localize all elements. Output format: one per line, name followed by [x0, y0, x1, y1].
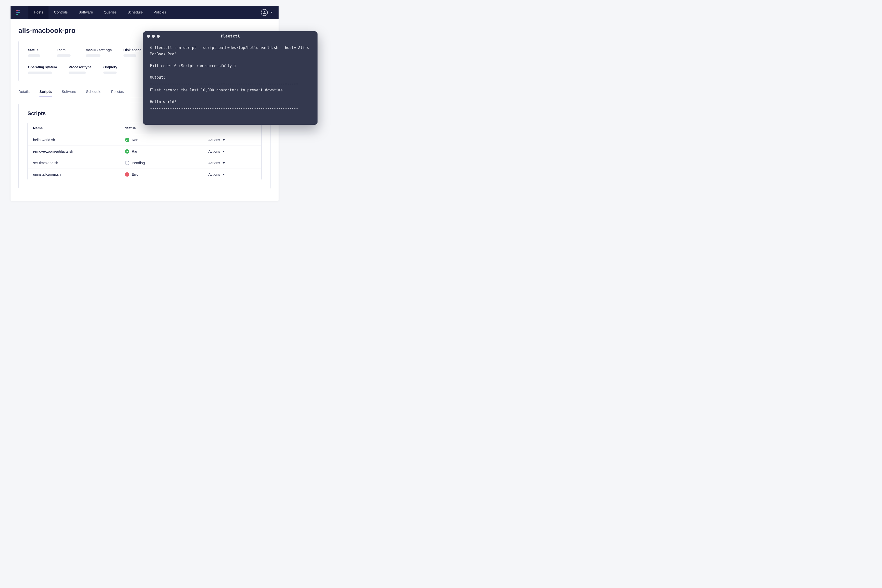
nav-item-hosts[interactable]: Hosts: [28, 6, 48, 20]
info-label: macOS settings: [86, 48, 112, 52]
script-name: hello-world.sh: [28, 135, 120, 145]
actions-label: Actions: [208, 138, 220, 142]
script-status: Ran: [120, 134, 203, 146]
actions-dropdown[interactable]: Actions: [208, 161, 225, 165]
actions-label: Actions: [208, 150, 220, 153]
top-nav: HostsControlsSoftwareQueriesSchedulePoli…: [10, 6, 279, 20]
table-row: remove-zoom-artifacts.shRanActions: [28, 146, 261, 157]
terminal-line: $ fleetctl run-script --script_path=desk…: [150, 45, 310, 58]
logo[interactable]: [15, 10, 22, 15]
skeleton: [57, 54, 70, 57]
skeleton: [69, 72, 86, 74]
terminal-line: Hello world!: [150, 99, 310, 105]
info-block: Team: [57, 48, 74, 57]
chevron-down-icon: [222, 151, 225, 152]
info-block: Disk space: [123, 48, 141, 57]
terminal-window: fleetctl $ fleetctl run-script --script_…: [143, 32, 318, 125]
subtab-software[interactable]: Software: [62, 89, 76, 97]
scripts-table: Name Status hello-world.shRanActionsremo…: [27, 122, 262, 180]
info-block: Procesor type: [69, 65, 92, 74]
terminal-output: $ fleetctl run-script --script_path=desk…: [143, 41, 318, 125]
actions-cell: Actions: [203, 169, 262, 180]
nav-item-queries[interactable]: Queries: [98, 6, 122, 20]
avatar-icon: [261, 9, 268, 16]
terminal-line: Fleet records the last 10,000 characters…: [150, 87, 310, 93]
nav-items: HostsControlsSoftwareQueriesSchedulePoli…: [28, 6, 171, 20]
terminal-line: ----------------------------------------…: [150, 81, 310, 87]
terminal-title: fleetctl: [143, 33, 318, 39]
skeleton: [104, 72, 117, 74]
subtab-policies[interactable]: Policies: [111, 89, 124, 97]
info-label: Operating system: [28, 65, 57, 69]
col-actions: [203, 124, 262, 132]
terminal-line: [150, 94, 310, 99]
terminal-line: Output:: [150, 74, 310, 81]
actions-label: Actions: [208, 172, 220, 176]
ran-status-icon: [125, 149, 129, 154]
terminal-line: [150, 58, 310, 63]
nav-item-schedule[interactable]: Schedule: [122, 6, 148, 20]
actions-cell: Actions: [203, 158, 262, 168]
table-row: uninstall-zoom.shErrorActions: [28, 169, 261, 180]
chevron-down-icon: [222, 139, 225, 141]
actions-dropdown[interactable]: Actions: [208, 172, 225, 176]
script-status: Error: [120, 169, 203, 180]
window-controls[interactable]: [147, 35, 160, 38]
script-name: uninstall-zoom.sh: [28, 169, 120, 180]
info-block: macOS settings: [86, 48, 112, 57]
error-status-icon: [125, 172, 129, 177]
nav-item-policies[interactable]: Policies: [148, 6, 172, 20]
info-label: Team: [57, 48, 74, 52]
status-text: Ran: [132, 150, 138, 153]
terminal-line: Exit code: 0 (Script ran successfully.): [150, 63, 310, 69]
table-row: set-timezone.shPendingActions: [28, 157, 261, 169]
info-label: Disk space: [123, 48, 141, 52]
script-name: set-timezone.sh: [28, 158, 120, 168]
info-block: Operating system: [28, 65, 57, 74]
user-menu[interactable]: [261, 9, 273, 16]
pending-status-icon: [125, 161, 129, 165]
actions-label: Actions: [208, 161, 220, 165]
actions-dropdown[interactable]: Actions: [208, 150, 225, 153]
subtab-schedule[interactable]: Schedule: [86, 89, 101, 97]
status-text: Pending: [132, 161, 145, 165]
table-row: hello-world.shRanActions: [28, 134, 261, 146]
ran-status-icon: [125, 138, 129, 142]
info-label: Procesor type: [69, 65, 92, 69]
nav-item-controls[interactable]: Controls: [48, 6, 73, 20]
terminal-line: [150, 69, 310, 74]
nav-item-software[interactable]: Software: [73, 6, 98, 20]
logo-icon: [16, 10, 21, 15]
status-text: Error: [132, 172, 140, 176]
info-block: Osquery: [104, 65, 120, 74]
script-status: Ran: [120, 146, 203, 157]
skeleton: [28, 72, 52, 74]
subtab-scripts[interactable]: Scripts: [39, 89, 52, 97]
info-label: Status: [28, 48, 45, 52]
actions-cell: Actions: [203, 146, 262, 157]
status-text: Ran: [132, 138, 138, 142]
window-dot[interactable]: [147, 35, 150, 38]
terminal-line: ----------------------------------------…: [150, 105, 310, 111]
window-dot[interactable]: [152, 35, 155, 38]
actions-cell: Actions: [203, 135, 262, 145]
info-label: Osquery: [104, 65, 120, 69]
chevron-down-icon: [222, 174, 225, 175]
skeleton: [28, 54, 40, 57]
col-name: Name: [28, 122, 120, 134]
chevron-down-icon: [222, 162, 225, 164]
chevron-down-icon: [270, 12, 273, 13]
skeleton: [86, 54, 100, 57]
actions-dropdown[interactable]: Actions: [208, 138, 225, 142]
skeleton: [123, 54, 136, 57]
subtab-details[interactable]: Details: [18, 89, 30, 97]
script-status: Pending: [120, 157, 203, 168]
script-name: remove-zoom-artifacts.sh: [28, 146, 120, 157]
terminal-titlebar: fleetctl: [143, 32, 318, 41]
info-block: Status: [28, 48, 45, 57]
window-dot[interactable]: [157, 35, 160, 38]
